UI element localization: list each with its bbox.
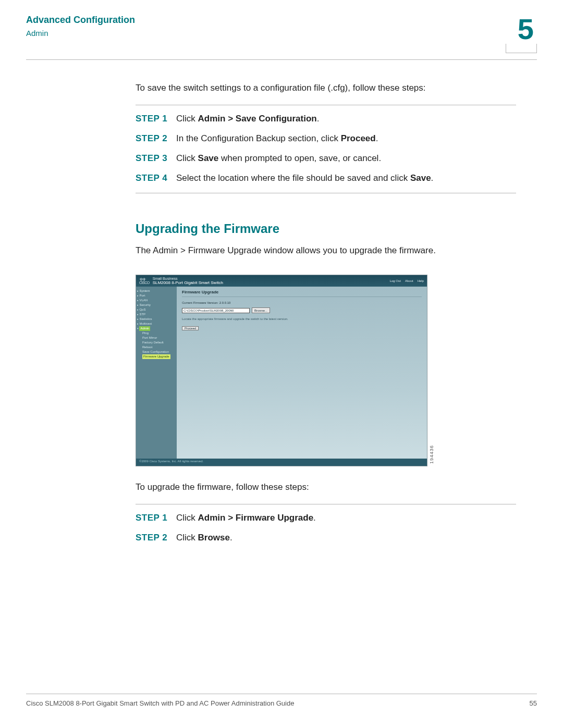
page-footer: Cisco SLM2008 8-Port Gigabit Smart Switc… (26, 694, 537, 707)
step-row: STEP 2 Click Browse. (136, 533, 516, 543)
chapter-number: 5 (506, 15, 537, 44)
step-row: STEP 2 In the Configuration Backup secti… (136, 133, 516, 144)
step-label: STEP 1 (136, 114, 168, 124)
logout-link[interactable]: Log Out (390, 279, 401, 282)
header-rule (26, 59, 537, 60)
upgrade-heading: Upgrading the Firmware (136, 221, 516, 236)
upgrade-hint: Locate the appropriate firmware and upgr… (182, 317, 422, 320)
step-label: STEP 2 (136, 533, 168, 543)
step-label: STEP 2 (136, 133, 168, 144)
upgrade-steps: STEP 1 Click Admin > Firmware Upgrade. S… (136, 513, 516, 543)
page-header: Advanced Configuration Admin 5 (26, 15, 537, 53)
upgrade-steps-top-rule (136, 504, 516, 504)
screenshot-main: Firmware Upgrade Current Firmware Versio… (177, 287, 427, 459)
nav-vlan[interactable]: VLAN (137, 298, 176, 303)
brand-line2: SLM2008 8-Port Gigabit Smart Switch (153, 280, 223, 285)
nav-sub-ping[interactable]: Ping (137, 331, 176, 336)
step-row: STEP 1 Click Admin > Save Configuration. (136, 114, 516, 124)
footer-doc-title: Cisco SLM2008 8-Port Gigabit Smart Switc… (26, 699, 294, 707)
nav-sub-reboot[interactable]: Reboot (137, 345, 176, 350)
about-link[interactable]: About (405, 279, 413, 282)
step-text: In the Configuration Backup section, cli… (176, 133, 378, 144)
step-row: STEP 1 Click Admin > Firmware Upgrade. (136, 513, 516, 523)
firmware-upgrade-screenshot: ·ı|ı·ı|ı·CISCO Small Business SLM2008 8-… (136, 275, 427, 466)
nav-port[interactable]: Port (137, 293, 176, 298)
nav-multicast[interactable]: Multicast (137, 322, 176, 326)
nav-sub-saveconfig[interactable]: Save Configuration (137, 350, 176, 354)
nav-stp[interactable]: STP (137, 312, 176, 317)
step-row: STEP 3 Click Save when prompted to open,… (136, 153, 516, 164)
upgrade-steps-intro: To upgrade the firmware, follow these st… (136, 482, 516, 492)
step-text: Click Admin > Firmware Upgrade. (176, 513, 316, 523)
nav-admin[interactable]: Admin (137, 326, 176, 331)
nav-security[interactable]: Security (137, 303, 176, 307)
steps-top-rule (136, 105, 516, 105)
step-label: STEP 4 (136, 173, 168, 183)
screenshot-footer: ©2009 Cisco Systems, Inc. All rights res… (136, 459, 427, 466)
step-label: STEP 1 (136, 513, 168, 523)
save-config-steps: STEP 1 Click Admin > Save Configuration.… (136, 114, 516, 183)
panel-title: Firmware Upgrade (182, 290, 422, 297)
upgrade-intro: The Admin > Firmware Upgrade window allo… (136, 245, 516, 256)
subsection-title: Admin (26, 29, 135, 38)
firmware-version: Current Firmware Version: 2.0.0.10 (182, 301, 422, 304)
step-label: STEP 3 (136, 153, 168, 164)
nav-qos[interactable]: QoS (137, 307, 176, 312)
footer-page-number: 55 (530, 699, 537, 707)
screenshot-header: ·ı|ı·ı|ı·CISCO Small Business SLM2008 8-… (136, 275, 427, 287)
step-text: Click Save when prompted to open, save, … (176, 153, 381, 164)
nav-statistics[interactable]: Statistics (137, 317, 176, 322)
footer-rule (26, 694, 537, 694)
proceed-button[interactable]: Proceed (182, 326, 199, 330)
steps-bottom-rule (136, 193, 516, 193)
firmware-path-input[interactable]: C:\CISCO\Product\SLM2008_20090 (182, 308, 250, 313)
chapter-title: Advanced Configuration (26, 15, 135, 26)
step-text: Select the location where the file shoul… (176, 173, 433, 183)
help-link[interactable]: Help (418, 279, 424, 282)
step-row: STEP 4 Select the location where the fil… (136, 173, 516, 183)
browse-button[interactable]: Browse... (252, 307, 270, 313)
nav-sub-factorydefault[interactable]: Factory Default (137, 340, 176, 345)
save-config-intro: To save the switch settings to a configu… (136, 83, 516, 93)
nav-system[interactable]: System (137, 289, 176, 293)
step-text: Click Browse. (176, 533, 232, 543)
brand-line1: Small Business (153, 277, 178, 280)
step-text: Click Admin > Save Configuration. (176, 114, 319, 124)
screenshot-nav: System Port VLAN Security QoS STP Statis… (136, 287, 177, 459)
nav-sub-firmwareupgrade[interactable]: Firmware Upgrade (137, 354, 176, 359)
image-number: 194436 (429, 445, 434, 464)
nav-sub-portmirror[interactable]: Port Mirror (137, 336, 176, 340)
cisco-logo: ·ı|ı·ı|ı·CISCO (139, 277, 150, 285)
